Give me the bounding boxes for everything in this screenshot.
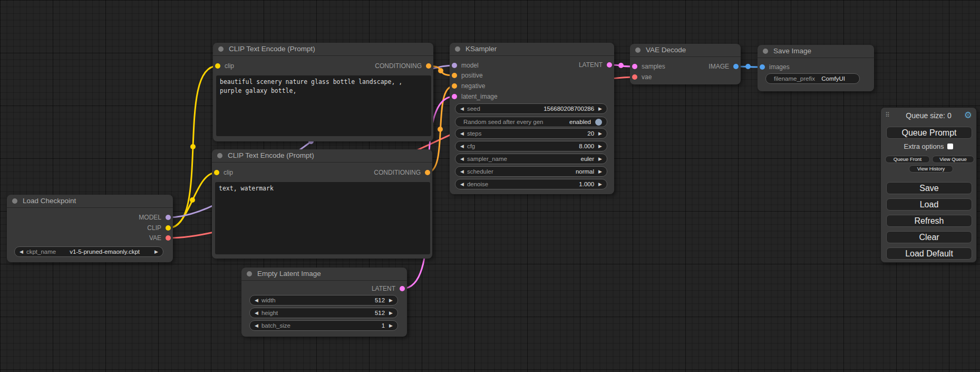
queue-prompt-button[interactable]: Queue Prompt: [886, 127, 972, 139]
conditioning-port-icon[interactable]: [452, 73, 457, 78]
input-vae[interactable]: vae: [630, 72, 652, 82]
scheduler-widget[interactable]: ◀ scheduler normal ▶: [455, 166, 607, 177]
collapse-dot-icon[interactable]: [12, 198, 17, 204]
comfyui-canvas[interactable]: { "colors": { "model": "#b39ddb", "clip"…: [0, 0, 980, 372]
cfg-widget[interactable]: ◀ cfg 8.000 ▶: [455, 141, 607, 151]
wire-dot[interactable]: [745, 64, 751, 69]
load-button[interactable]: Load: [886, 198, 972, 211]
node-header[interactable]: KSampler: [450, 43, 614, 56]
increment-arrow-icon[interactable]: ▶: [598, 179, 602, 189]
increment-arrow-icon[interactable]: ▶: [389, 308, 393, 318]
output-conditioning[interactable]: CONDITIONING: [375, 61, 433, 71]
denoise-widget[interactable]: ◀ denoise 1.000 ▶: [455, 179, 607, 189]
conditioning-port-icon[interactable]: [452, 83, 457, 89]
node-ksampler[interactable]: KSampler model positive negative latent_…: [450, 43, 614, 194]
input-negative[interactable]: negative: [450, 81, 485, 91]
decrement-arrow-icon[interactable]: ◀: [460, 103, 464, 114]
node-vae-decode[interactable]: VAE Decode samples vae IMAGE: [630, 44, 741, 84]
input-images[interactable]: images: [758, 62, 790, 72]
model-port-icon[interactable]: [166, 215, 171, 220]
increment-arrow-icon[interactable]: ▶: [389, 320, 393, 331]
clear-button[interactable]: Clear: [886, 231, 972, 243]
collapse-dot-icon[interactable]: [217, 153, 222, 158]
vae-port-icon[interactable]: [632, 74, 637, 80]
latent-port-icon[interactable]: [400, 286, 405, 291]
increment-arrow-icon[interactable]: ▶: [598, 141, 602, 151]
prompt-textarea[interactable]: beautiful scenery nature glass bottle la…: [216, 75, 431, 136]
latent-port-icon[interactable]: [632, 64, 637, 69]
node-header[interactable]: VAE Decode: [630, 44, 741, 57]
decrement-arrow-icon[interactable]: ◀: [460, 141, 464, 151]
image-port-icon[interactable]: [760, 64, 765, 70]
latent-port-icon[interactable]: [607, 62, 612, 68]
clip-port-icon[interactable]: [214, 170, 219, 175]
collapse-dot-icon[interactable]: [455, 46, 460, 52]
decrement-arrow-icon[interactable]: ◀: [255, 308, 258, 318]
ckpt-name-combo[interactable]: ◀ ckpt_name v1-5-pruned-emaonly.ckpt ▶: [14, 246, 163, 257]
collapse-dot-icon[interactable]: [218, 46, 224, 52]
filename-prefix-widget[interactable]: filename_prefix ComfyUI: [765, 73, 860, 84]
wire-dot[interactable]: [190, 197, 195, 203]
model-port-icon[interactable]: [452, 63, 457, 68]
input-positive[interactable]: positive: [450, 70, 483, 81]
height-widget[interactable]: ◀ height 512 ▶: [249, 308, 398, 318]
increment-arrow-icon[interactable]: ▶: [598, 103, 602, 114]
view-history-button[interactable]: View History: [909, 165, 953, 173]
image-port-icon[interactable]: [733, 64, 739, 69]
output-latent[interactable]: LATENT: [579, 60, 614, 70]
input-latent-image[interactable]: latent_image: [450, 91, 498, 102]
node-clip-text-encode-negative[interactable]: CLIP Text Encode (Prompt) clip CONDITION…: [212, 149, 432, 259]
node-load-checkpoint[interactable]: Load Checkpoint MODEL CLIP VAE ◀ ckpt_na…: [7, 195, 173, 262]
seed-widget[interactable]: ◀ seed 156680208700286 ▶: [455, 103, 607, 114]
clip-port-icon[interactable]: [166, 225, 171, 231]
wire-dot[interactable]: [438, 127, 443, 132]
collapse-dot-icon[interactable]: [763, 49, 768, 54]
wire-dot[interactable]: [438, 68, 443, 73]
save-button[interactable]: Save: [886, 182, 972, 194]
wire-dot[interactable]: [190, 144, 196, 149]
node-empty-latent-image[interactable]: Empty Latent Image LATENT ◀ width 512 ▶ …: [241, 268, 407, 337]
width-widget[interactable]: ◀ width 512 ▶: [249, 295, 398, 306]
node-header[interactable]: CLIP Text Encode (Prompt): [212, 149, 432, 163]
node-header[interactable]: Save Image: [758, 45, 874, 58]
random-seed-toggle[interactable]: Random seed after every gen enabled: [455, 117, 607, 127]
steps-widget[interactable]: ◀ steps 20 ▶: [455, 128, 607, 139]
output-model[interactable]: MODEL: [139, 212, 173, 223]
decrement-arrow-icon[interactable]: ◀: [20, 246, 23, 257]
collapse-dot-icon[interactable]: [247, 271, 252, 276]
output-image[interactable]: IMAGE: [709, 61, 741, 72]
increment-arrow-icon[interactable]: ▶: [154, 246, 158, 257]
input-samples[interactable]: samples: [630, 61, 665, 72]
batch-size-widget[interactable]: ◀ batch_size 1 ▶: [249, 320, 398, 331]
input-clip[interactable]: clip: [213, 61, 234, 71]
extra-options-checkbox[interactable]: [947, 144, 953, 149]
sampler-name-widget[interactable]: ◀ sampler_name euler ▶: [455, 154, 607, 164]
wire-dot[interactable]: [618, 63, 624, 68]
settings-gear-icon[interactable]: ⚙: [964, 110, 972, 121]
conditioning-port-icon[interactable]: [425, 170, 430, 175]
output-clip[interactable]: CLIP: [147, 223, 173, 233]
decrement-arrow-icon[interactable]: ◀: [460, 128, 464, 139]
output-conditioning[interactable]: CONDITIONING: [374, 167, 432, 178]
load-default-button[interactable]: Load Default: [886, 247, 972, 260]
queue-front-button[interactable]: Queue Front: [885, 156, 930, 163]
node-header[interactable]: Load Checkpoint: [7, 195, 173, 208]
increment-arrow-icon[interactable]: ▶: [598, 154, 602, 164]
node-header[interactable]: Empty Latent Image: [241, 268, 407, 281]
output-latent[interactable]: LATENT: [372, 283, 407, 294]
input-clip[interactable]: clip: [212, 167, 233, 178]
decrement-arrow-icon[interactable]: ◀: [255, 295, 258, 306]
view-queue-button[interactable]: View Queue: [932, 156, 974, 163]
clip-port-icon[interactable]: [215, 63, 220, 69]
refresh-button[interactable]: Refresh: [886, 215, 972, 227]
toggle-knob-icon[interactable]: [595, 119, 602, 126]
vae-port-icon[interactable]: [166, 235, 171, 241]
increment-arrow-icon[interactable]: ▶: [389, 295, 393, 306]
node-clip-text-encode-positive[interactable]: CLIP Text Encode (Prompt) clip CONDITION…: [213, 43, 433, 141]
decrement-arrow-icon[interactable]: ◀: [460, 179, 464, 189]
node-save-image[interactable]: Save Image images filename_prefix ComfyU…: [758, 45, 874, 91]
decrement-arrow-icon[interactable]: ◀: [460, 154, 464, 164]
decrement-arrow-icon[interactable]: ◀: [255, 320, 258, 331]
input-model[interactable]: model: [450, 60, 479, 71]
latent-port-icon[interactable]: [452, 94, 457, 99]
